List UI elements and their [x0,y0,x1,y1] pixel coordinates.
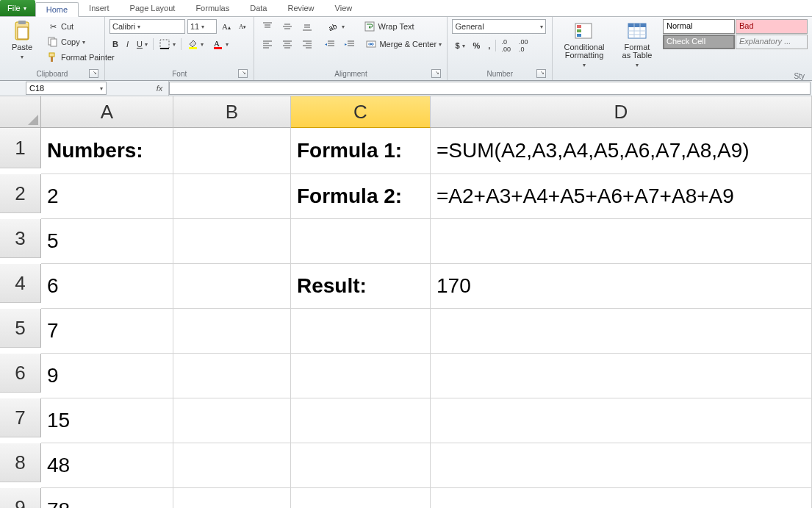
conditional-formatting-button[interactable]: Conditional Formatting ▾ [557,19,611,71]
decrease-indent-button[interactable] [320,37,338,51]
cell-D1[interactable]: =SUM(A2,A3,A4,A5,A6,A7,A8,A9) [431,128,812,174]
cell-C5[interactable] [291,309,431,354]
cell-A4[interactable]: 6 [41,264,173,309]
cell-B9[interactable] [173,488,291,508]
cell-C3[interactable] [291,219,431,264]
cell-A6[interactable]: 9 [41,354,173,398]
align-right-button[interactable] [298,37,316,51]
row-header[interactable]: 4 [0,264,41,303]
row-header[interactable]: 3 [0,219,41,258]
column-header[interactable]: A [41,96,173,128]
cell-D6[interactable] [431,354,812,398]
cell-B2[interactable] [173,174,291,219]
cell-D8[interactable] [431,443,812,488]
row-header[interactable]: 7 [0,398,41,437]
cell-A9[interactable]: 78 [41,488,173,508]
font-name-dropdown[interactable]: Calibri ▾ [109,19,185,34]
font-size-dropdown[interactable]: 11 ▾ [187,19,217,34]
tab-review[interactable]: Review [277,1,324,16]
tab-insert[interactable]: Insert [79,1,120,16]
decrease-decimal-button[interactable]: .00.0 [516,37,531,54]
align-left-button[interactable] [259,37,276,51]
merge-center-button[interactable]: Merge & Center ▾ [362,37,445,51]
font-color-button[interactable]: A ▾ [209,37,231,51]
cell-B5[interactable] [173,309,291,354]
increase-indent-button[interactable] [340,37,358,51]
align-center-button[interactable] [279,37,296,51]
spreadsheet-grid[interactable]: ABCD1Numbers:Formula 1:=SUM(A2,A3,A4,A5,… [0,96,812,508]
orientation-button[interactable]: ab▾ [325,19,348,34]
align-middle-button[interactable] [279,19,296,34]
cell-C6[interactable] [291,354,431,398]
cell-A3[interactable]: 5 [41,219,173,264]
wrap-text-button[interactable]: Wrap Text [361,19,417,34]
row-header[interactable]: 5 [0,309,41,348]
cell-B3[interactable] [173,219,291,264]
cell-C4[interactable]: Result: [291,264,431,309]
tab-home[interactable]: Home [35,2,79,17]
cell-A5[interactable]: 7 [41,309,173,354]
cell-C9[interactable] [291,488,431,508]
cell-D4[interactable]: 170 [431,264,812,309]
name-box[interactable]: C18 ▾ [26,82,107,95]
fill-color-button[interactable]: ▾ [184,37,206,51]
grow-font-button[interactable]: A▴ [219,21,234,32]
cell-D3[interactable] [431,219,812,264]
column-header[interactable]: D [431,96,812,128]
percent-format-button[interactable]: % [470,40,484,51]
file-tab[interactable]: File ▾ [0,0,35,16]
number-format-dropdown[interactable]: General ▾ [452,19,546,34]
underline-button[interactable]: U▾ [134,38,151,50]
accounting-format-button[interactable]: $ ▾ [452,40,467,51]
cell-styles-gallery[interactable]: Normal Bad Check Cell Explanatory ... [663,19,808,49]
dialog-launcher[interactable]: ↘ [238,69,248,78]
cell-B7[interactable] [173,398,291,443]
increase-decimal-button[interactable]: .0.00 [498,37,514,54]
style-normal[interactable]: Normal [663,19,735,34]
cell-D7[interactable] [431,398,812,443]
cell-A7[interactable]: 15 [41,398,173,443]
cell-A8[interactable]: 48 [41,443,173,488]
row-header[interactable]: 2 [0,174,41,213]
cell-C8[interactable] [291,443,431,488]
cell-A2[interactable]: 2 [41,174,173,219]
comma-format-button[interactable]: , [485,40,493,51]
align-bottom-button[interactable] [298,19,316,34]
align-top-button[interactable] [259,19,276,34]
column-header[interactable]: C [291,96,431,128]
style-explanatory[interactable]: Explanatory ... [736,35,808,49]
column-header[interactable]: B [173,96,291,128]
row-header[interactable]: 1 [0,128,41,168]
dialog-launcher[interactable]: ↘ [536,69,546,78]
paste-button[interactable]: Paste ▾ [4,19,40,63]
cell-B1[interactable] [173,128,291,174]
cell-D2[interactable]: =A2+A3+A4+A5+A6+A7+A8+A9 [431,174,812,219]
tab-view[interactable]: View [325,1,363,16]
format-as-table-button[interactable]: Format as Table ▾ [614,19,660,71]
formula-input[interactable] [169,82,811,95]
cell-C2[interactable]: Formula 2: [291,174,431,219]
shrink-font-button[interactable]: A▾ [236,21,250,32]
row-header[interactable]: 9 [0,488,41,508]
dialog-launcher[interactable]: ↘ [431,69,441,78]
cell-C7[interactable] [291,398,431,443]
cell-C1[interactable]: Formula 1: [291,128,431,174]
row-header[interactable]: 6 [0,354,41,393]
borders-button[interactable]: ▾ [156,37,179,51]
cell-B4[interactable] [173,264,291,309]
cell-B6[interactable] [173,354,291,398]
bold-button[interactable]: B [109,38,121,50]
italic-button[interactable]: I [123,38,132,50]
style-bad[interactable]: Bad [736,19,808,34]
cell-D5[interactable] [431,309,812,354]
select-all-corner[interactable] [0,96,41,128]
style-check-cell[interactable]: Check Cell [663,35,735,49]
cell-D9[interactable] [431,488,812,508]
tab-formulas[interactable]: Formulas [185,1,240,16]
fx-button[interactable]: fx [151,81,169,96]
tab-data[interactable]: Data [240,1,277,16]
row-header[interactable]: 8 [0,443,41,482]
tab-page-layout[interactable]: Page Layout [120,1,186,16]
dialog-launcher[interactable]: ↘ [89,69,98,78]
cell-B8[interactable] [173,443,291,488]
